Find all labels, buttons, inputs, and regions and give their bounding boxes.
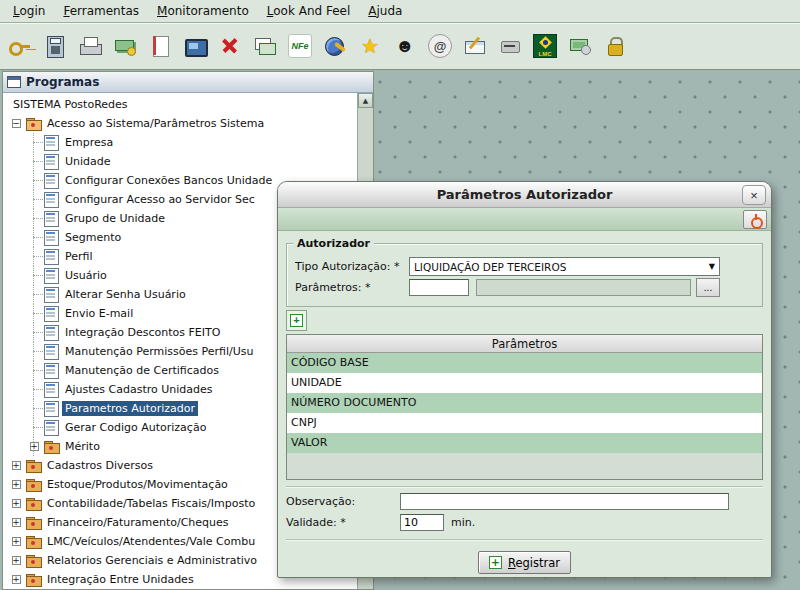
toolbar-button[interactable] — [564, 27, 596, 65]
registrar-button[interactable]: + Registrar — [478, 551, 571, 574]
toolbar-button[interactable] — [39, 27, 71, 65]
expander-slot[interactable] — [7, 513, 25, 532]
close-button[interactable]: × — [742, 185, 766, 205]
document-icon — [43, 210, 61, 227]
cards-icon — [253, 34, 277, 58]
exit-button[interactable] — [743, 210, 767, 229]
tree-item-label: Parametros Autorizador — [62, 401, 198, 416]
top-bar: Login Ferramentas Monitoramento Look And… — [0, 0, 800, 70]
scroll-up-button[interactable]: ▲ — [358, 93, 373, 108]
observacao-label: Observação: — [286, 495, 400, 508]
tree-item-label: Empresa — [62, 135, 116, 150]
toolbar-button[interactable] — [179, 27, 211, 65]
expander-slot[interactable] — [25, 342, 43, 361]
toolbar-button[interactable]: LMC — [529, 27, 561, 65]
toolbar-button[interactable] — [494, 27, 526, 65]
expander-icon[interactable] — [12, 499, 21, 508]
validade-input[interactable] — [400, 514, 444, 531]
folder-icon — [25, 533, 43, 550]
expander-slot[interactable] — [25, 285, 43, 304]
menu-item[interactable]: Look And Feel — [258, 2, 360, 20]
expander-slot[interactable] — [25, 323, 43, 342]
expander-slot[interactable] — [25, 266, 43, 285]
expander-slot[interactable] — [25, 247, 43, 266]
expander-slot[interactable] — [25, 380, 43, 399]
expander-slot[interactable] — [7, 532, 25, 551]
table-row[interactable]: VALOR — [287, 433, 762, 453]
tree-item-label: Gerar Codigo Autorização — [62, 420, 209, 435]
tree-item[interactable]: Unidade — [3, 152, 357, 171]
tree-item-label: Acesso ao Sistema/Parâmetros Sistema — [44, 116, 267, 131]
expander-icon[interactable] — [12, 556, 21, 565]
toolbar-button[interactable] — [319, 27, 351, 65]
expander-icon[interactable] — [12, 480, 21, 489]
expander-slot[interactable] — [25, 133, 43, 152]
expander-slot[interactable] — [7, 456, 25, 475]
folder-icon — [25, 457, 43, 474]
toolbar-button[interactable] — [599, 27, 631, 65]
expander-icon[interactable] — [12, 575, 21, 584]
tree-item[interactable]: SISTEMA PostoRedes — [3, 95, 357, 114]
add-parametro-button[interactable]: + — [286, 310, 307, 331]
tree-item-label: Perfil — [62, 249, 96, 264]
expander-slot[interactable] — [7, 475, 25, 494]
folder-badge-dot — [31, 579, 35, 583]
expander-icon[interactable] — [12, 461, 21, 470]
toolbar-button[interactable] — [249, 27, 281, 65]
table-row[interactable]: UNIDADE — [287, 373, 762, 393]
toolbar-button[interactable]: ☻ — [389, 27, 421, 65]
toolbar-button[interactable] — [109, 27, 141, 65]
menu-item[interactable]: Ferramentas — [54, 2, 148, 20]
toolbar-button[interactable]: NFe — [284, 27, 316, 65]
expander-slot[interactable] — [25, 361, 43, 380]
tree-item-label: Grupo de Unidade — [62, 211, 168, 226]
table-row[interactable]: CNPJ — [287, 413, 762, 433]
expander-icon[interactable] — [12, 537, 21, 546]
expander-slot[interactable] — [25, 399, 43, 418]
toolbar-button[interactable] — [459, 27, 491, 65]
lmc-icon: LMC — [533, 34, 557, 58]
note-icon — [148, 34, 172, 58]
expander-slot[interactable] — [25, 418, 43, 437]
expander-slot[interactable] — [25, 228, 43, 247]
tree-item-label: Envio E-mail — [62, 306, 136, 321]
table-row[interactable]: CÓDIGO BASE — [287, 353, 762, 373]
expander-slot[interactable] — [7, 570, 25, 589]
expander-slot[interactable] — [25, 171, 43, 190]
observacao-input[interactable] — [400, 493, 729, 510]
close-icon: × — [750, 188, 758, 203]
expander-slot[interactable] — [25, 152, 43, 171]
toolbar-button[interactable] — [4, 27, 36, 65]
tree-item[interactable]: Acesso ao Sistema/Parâmetros Sistema — [3, 114, 357, 133]
table-row[interactable]: NÚMERO DOCUMENTO — [287, 393, 762, 413]
menu-item[interactable]: Ajuda — [359, 2, 411, 20]
tipo-autorizacao-select[interactable]: LIQUIDAÇÃO DEP TERCEIROS ▼ — [409, 257, 720, 276]
toolbar-button[interactable] — [74, 27, 106, 65]
tree-item[interactable]: Empresa — [3, 133, 357, 152]
menu-item[interactable]: Monitoramento — [148, 2, 258, 20]
expander-icon[interactable] — [12, 518, 21, 527]
globe-icon — [323, 34, 347, 58]
toolbar-button[interactable] — [214, 27, 246, 65]
expander-slot[interactable] — [25, 437, 43, 456]
expander-slot[interactable] — [25, 190, 43, 209]
expander-icon[interactable] — [30, 442, 39, 451]
toolbar-button[interactable] — [144, 27, 176, 65]
dialog-titlebar[interactable]: Parâmetros Autorizador × — [278, 182, 771, 208]
tree-item-label: Segmento — [62, 230, 124, 245]
parametro-display-field — [476, 279, 691, 296]
menu-item[interactable]: Login — [4, 2, 54, 20]
parametro-input[interactable] — [409, 279, 469, 296]
application-window: Login Ferramentas Monitoramento Look And… — [0, 0, 800, 590]
expander-slot[interactable] — [7, 494, 25, 513]
expander-slot[interactable] — [25, 209, 43, 228]
browse-button[interactable]: ... — [696, 278, 720, 297]
registrar-label: Registrar — [508, 556, 560, 570]
scroll-up-icon: ▲ — [363, 97, 368, 105]
expander-slot[interactable] — [7, 114, 25, 133]
expander-icon[interactable] — [12, 119, 21, 128]
expander-slot[interactable] — [7, 551, 25, 570]
toolbar-button[interactable]: @ — [424, 27, 456, 65]
expander-slot[interactable] — [25, 304, 43, 323]
toolbar-button[interactable]: ★ — [354, 27, 386, 65]
